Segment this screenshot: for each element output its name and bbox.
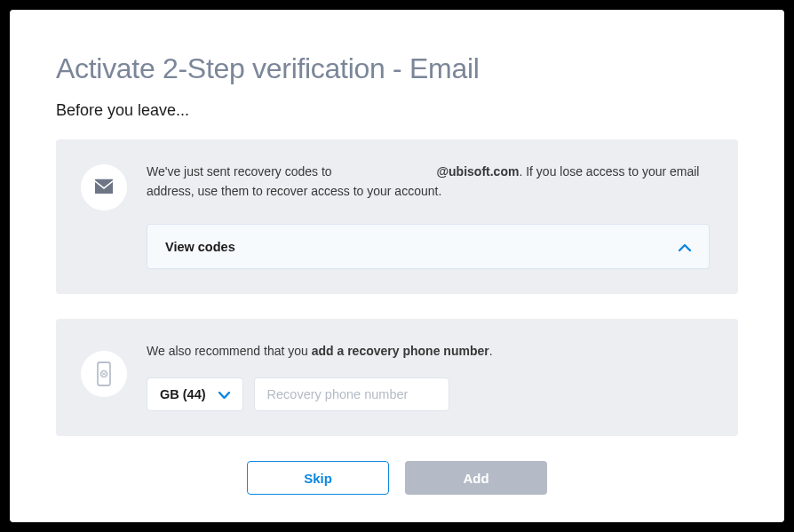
view-codes-label: View codes [165,240,235,254]
button-row: Skip Add [56,461,738,495]
chevron-down-icon [218,388,230,401]
recovery-phone-panel: We also recommend that you add a recover… [56,319,738,436]
view-codes-toggle[interactable]: View codes [147,224,710,269]
text-fragment: We've just sent recovery codes to [147,164,336,179]
add-button[interactable]: Add [405,461,547,495]
chevron-up-icon [679,239,691,254]
country-code-select[interactable]: GB (44) [147,377,243,411]
recovery-codes-panel: We've just sent recovery codes to @ubiso… [56,139,738,294]
modal-title: Activate 2-Step verification - Email [56,52,738,85]
email-domain: @ubisoft.com [436,164,519,179]
text-fragment: We also recommend that you [147,344,312,358]
two-step-email-modal: Activate 2-Step verification - Email Bef… [10,10,784,522]
recovery-phone-body: We also recommend that you add a recover… [147,342,710,411]
recovery-phone-text: We also recommend that you add a recover… [147,342,710,361]
recovery-phone-input[interactable] [254,377,449,411]
recovery-codes-text: We've just sent recovery codes to @ubiso… [147,163,710,201]
country-code-label: GB (44) [160,387,206,401]
text-fragment: . [489,344,493,358]
phone-icon [81,351,127,397]
skip-button[interactable]: Skip [247,461,389,495]
phone-controls-row: GB (44) [147,377,710,411]
recovery-codes-body: We've just sent recovery codes to @ubiso… [147,163,710,269]
mail-icon [81,164,127,210]
modal-subtitle: Before you leave... [56,101,738,120]
text-fragment-bold: add a recovery phone number [312,344,489,358]
